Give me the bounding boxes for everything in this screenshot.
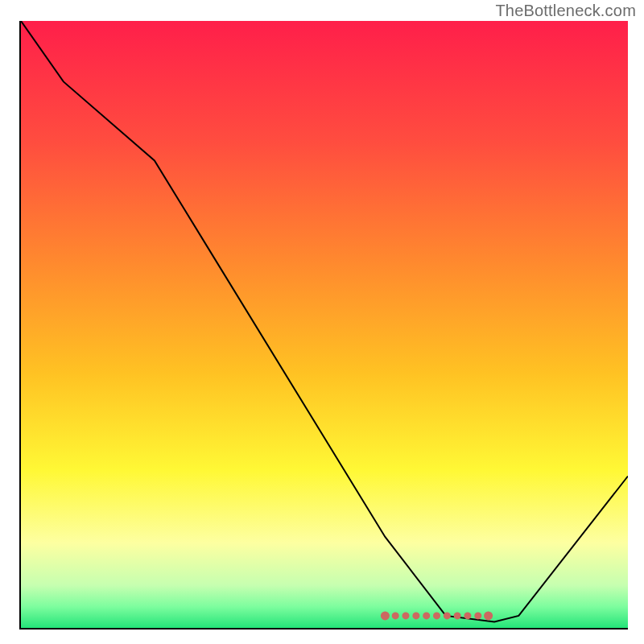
chart-marker-dot — [392, 612, 399, 619]
chart-marker-dot — [454, 612, 461, 619]
chart-marker-dot — [444, 612, 451, 619]
chart-marker-dot — [484, 611, 493, 620]
chart-marker-dot — [474, 612, 481, 619]
chart-marker-dot — [381, 611, 390, 620]
chart-svg — [21, 21, 628, 628]
chart-background — [21, 21, 628, 628]
chart-marker-dot — [433, 612, 440, 619]
watermark-text: TheBottleneck.com — [495, 2, 636, 20]
chart-marker-dot — [402, 612, 410, 619]
chart-marker-dot — [464, 612, 471, 619]
chart-marker-dot — [423, 612, 430, 619]
chart-marker-dot — [412, 612, 419, 619]
chart-plot-area — [19, 21, 628, 630]
